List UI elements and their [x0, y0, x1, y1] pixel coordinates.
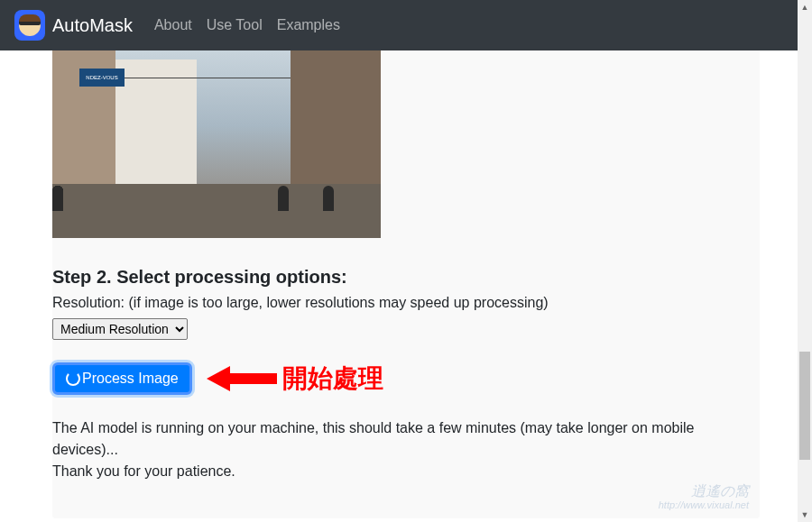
process-image-button[interactable]: Process Image: [52, 362, 192, 395]
scrollbar-thumb[interactable]: [799, 352, 810, 460]
resolution-label: Resolution: (if image is too large, lowe…: [52, 295, 760, 311]
navbar: AutoMask About Use Tool Examples: [0, 0, 812, 50]
brand-text: AutoMask: [52, 15, 133, 36]
svg-marker-0: [207, 366, 277, 391]
step-heading: Step 2. Select processing options:: [52, 267, 760, 288]
arrow-icon: [207, 364, 277, 393]
main-card: NDEZ-VOUS Step 2. Select processing opti…: [52, 50, 760, 518]
brand[interactable]: AutoMask: [14, 10, 133, 41]
status-line-1: The AI model is running on your machine,…: [52, 417, 760, 461]
nav-link-examples[interactable]: Examples: [277, 10, 340, 41]
annotation-text: 開始處理: [282, 362, 383, 396]
step-section: Step 2. Select processing options: Resol…: [52, 238, 760, 482]
status-line-2: Thank you for your patience.: [52, 461, 760, 482]
content: NDEZ-VOUS Step 2. Select processing opti…: [0, 50, 812, 522]
nav-link-use-tool[interactable]: Use Tool: [207, 10, 263, 41]
scrollbar[interactable]: ▲ ▼: [798, 0, 812, 522]
image-preview: NDEZ-VOUS: [52, 50, 381, 238]
scroll-down-button[interactable]: ▼: [798, 508, 812, 522]
process-row: Process Image 開始處理: [52, 362, 760, 396]
scroll-up-button[interactable]: ▲: [798, 0, 812, 14]
resolution-select[interactable]: Medium Resolution: [52, 318, 188, 340]
process-button-label: Process Image: [82, 371, 179, 387]
watermark: 逍遙の窩 http://www.vixual.net: [659, 482, 749, 511]
nav-links: About Use Tool Examples: [154, 10, 340, 41]
spinner-icon: [66, 371, 80, 386]
logo-icon: [14, 10, 45, 41]
status-text: The AI model is running on your machine,…: [52, 417, 760, 482]
nav-link-about[interactable]: About: [154, 10, 192, 41]
annotation: 開始處理: [207, 362, 383, 396]
